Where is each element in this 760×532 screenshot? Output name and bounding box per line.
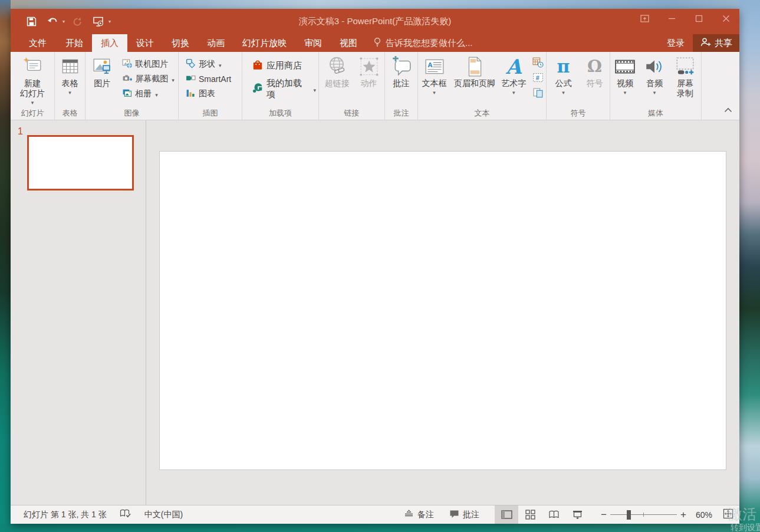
audio-button[interactable]: 音频: [640, 54, 669, 106]
spell-check-icon[interactable]: [120, 509, 131, 520]
screenshot-button[interactable]: 屏幕截图: [120, 71, 177, 86]
quick-access-toolbar: ▾ ▾: [11, 13, 111, 31]
tab-review[interactable]: 审阅: [295, 34, 331, 52]
new-slide-button[interactable]: 新建 幻灯片: [20, 54, 45, 106]
group-label-comments: 批注: [385, 106, 417, 120]
action-icon: [358, 55, 380, 78]
desktop: ▾ ▾ 演示文稿3 - PowerPoint(产品激活失败): [0, 0, 760, 532]
header-footer-button[interactable]: 页眉和页脚: [452, 54, 497, 106]
shapes-button[interactable]: 形状: [183, 57, 233, 71]
slide-sorter-view-button[interactable]: [518, 505, 542, 524]
reading-view-button[interactable]: [542, 505, 565, 524]
online-pictures-button[interactable]: 联机图片: [120, 57, 177, 71]
zoom-out-button[interactable]: −: [597, 509, 610, 521]
photo-album-icon: [122, 88, 132, 100]
slideshow-view-button[interactable]: [565, 505, 589, 524]
zoom-control: − + 60%: [597, 508, 733, 521]
chart-button[interactable]: 图表: [183, 86, 233, 101]
ribbon-display-options-icon[interactable]: [631, 9, 658, 28]
screen-recording-icon: [675, 55, 696, 78]
ribbon-tabs: 文件 开始 插入 设计 切换 动画 幻灯片放映 审阅 视图 告诉我您想要做什么.…: [11, 34, 739, 52]
tab-slideshow[interactable]: 幻灯片放映: [233, 34, 295, 52]
customize-qat-icon[interactable]: ▾: [108, 19, 111, 24]
normal-view-button[interactable]: [495, 505, 518, 524]
tab-insert[interactable]: 插入: [92, 34, 127, 52]
tell-me-label: 告诉我您想要做什么...: [386, 38, 473, 49]
my-addins-button[interactable]: 我的加载项: [249, 81, 318, 96]
svg-text:A: A: [427, 61, 433, 68]
zoom-percentage[interactable]: 60%: [690, 510, 718, 520]
date-time-button[interactable]: [530, 57, 546, 69]
comment-button[interactable]: 批注: [387, 54, 416, 106]
screen-recording-button[interactable]: 屏幕 录制: [670, 54, 700, 106]
undo-dropdown-icon[interactable]: ▾: [62, 19, 65, 24]
group-label-links: 链接: [319, 106, 384, 120]
slide-number-icon: #: [532, 72, 544, 85]
group-tables: 表格 表格: [55, 52, 85, 120]
sign-in-button[interactable]: 登录: [659, 34, 693, 52]
tab-home[interactable]: 开始: [57, 34, 92, 52]
zoom-slider-thumb[interactable]: [627, 510, 631, 520]
table-button[interactable]: 表格: [60, 54, 80, 106]
window-title: 演示文稿3 - PowerPoint(产品激活失败): [11, 16, 739, 27]
slide-thumbnail[interactable]: [27, 135, 134, 191]
table-icon: [60, 55, 80, 78]
notes-button[interactable]: 备注: [404, 510, 434, 520]
share-button[interactable]: 共享: [693, 34, 739, 52]
redo-icon: [68, 13, 86, 31]
fit-slide-to-window-icon[interactable]: [723, 508, 733, 521]
symbol-icon: Ω: [587, 57, 602, 76]
dropdown-arrow-icon: [313, 84, 316, 94]
tab-design[interactable]: 设计: [127, 34, 163, 52]
store-button[interactable]: 应用商店: [249, 58, 318, 73]
language-indicator[interactable]: 中文(中国): [144, 510, 183, 520]
tab-view[interactable]: 视图: [331, 34, 366, 52]
photo-album-button[interactable]: 相册: [120, 86, 177, 101]
share-person-icon: [700, 38, 711, 48]
group-media: 视频 音频 屏幕 录制: [610, 52, 702, 120]
minimize-icon[interactable]: [658, 9, 685, 28]
group-label-slides: 幻灯片: [11, 106, 54, 120]
group-illustrations: 形状 SmartArt: [179, 52, 242, 120]
desktop-wallpaper-bottom: [0, 524, 760, 532]
tab-file[interactable]: 文件: [19, 34, 57, 52]
tab-animations[interactable]: 动画: [198, 34, 233, 52]
equation-button[interactable]: π 公式: [549, 54, 578, 106]
dropdown-arrow-icon: [31, 99, 34, 105]
zoom-in-button[interactable]: +: [677, 509, 690, 521]
slide-thumbnail-panel[interactable]: 1: [11, 120, 146, 505]
slide-number-label: 1: [18, 126, 23, 137]
hyperlink-icon: [327, 55, 348, 78]
video-button[interactable]: 视频: [611, 54, 639, 106]
maximize-icon[interactable]: [685, 9, 712, 28]
undo-icon[interactable]: [44, 13, 61, 31]
notes-icon: [404, 510, 414, 520]
dropdown-arrow-icon: [155, 89, 158, 98]
audio-icon: [644, 55, 665, 78]
account-area: 登录 共享: [659, 34, 739, 52]
start-slideshow-icon[interactable]: [90, 13, 107, 31]
tab-transitions[interactable]: 切换: [163, 34, 198, 52]
close-icon[interactable]: [712, 9, 739, 28]
desktop-wallpaper-top: [0, 0, 760, 9]
object-icon: [532, 87, 544, 100]
save-icon[interactable]: [22, 13, 40, 31]
group-addins: 应用商店 我的加载项 加载项: [242, 52, 319, 120]
desktop-wallpaper-right: [739, 0, 760, 532]
object-button[interactable]: [530, 88, 546, 100]
picture-button[interactable]: 图片: [87, 54, 117, 106]
comments-button[interactable]: 批注: [449, 510, 479, 520]
my-addins-icon: [252, 82, 264, 96]
tell-me-box[interactable]: 告诉我您想要做什么...: [366, 34, 480, 52]
zoom-slider[interactable]: [610, 509, 677, 521]
desktop-wallpaper-left: [0, 0, 11, 532]
slide-canvas[interactable]: [159, 151, 726, 470]
wordart-button[interactable]: A 艺术字: [498, 54, 529, 106]
video-icon: [614, 55, 636, 78]
smartart-button[interactable]: SmartArt: [183, 71, 233, 86]
slide-number-button[interactable]: #: [530, 73, 546, 84]
text-box-button[interactable]: A 文本框: [418, 54, 450, 106]
group-label-tables: 表格: [55, 106, 85, 120]
collapse-ribbon-icon[interactable]: [724, 104, 732, 115]
share-label: 共享: [715, 38, 732, 49]
